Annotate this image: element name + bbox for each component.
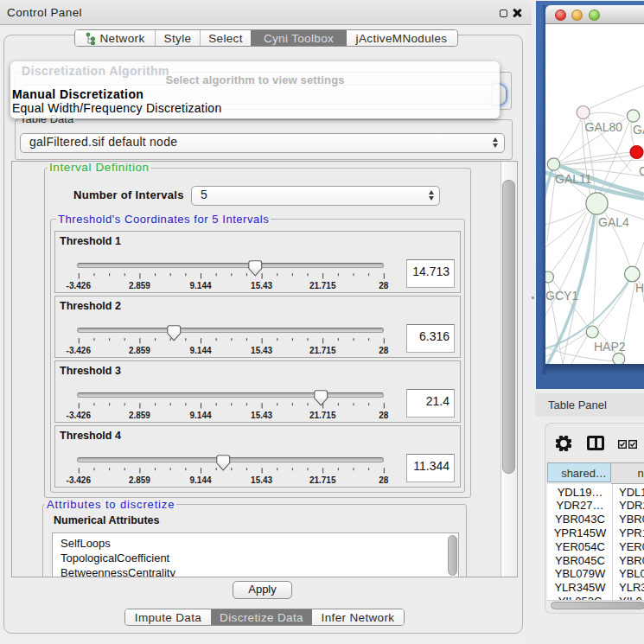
svg-text:GCY1: GCY1	[545, 289, 578, 303]
svg-text:GAL11: GAL11	[555, 172, 592, 186]
svg-text:GAL80: GAL80	[585, 120, 623, 134]
svg-text:CDC1: CDC1	[639, 164, 644, 178]
svg-text:GAL4: GAL4	[633, 123, 644, 137]
svg-text:HIS4: HIS4	[635, 281, 644, 295]
svg-text:GAL4: GAL4	[598, 215, 629, 229]
svg-text:HAP2: HAP2	[594, 340, 626, 354]
